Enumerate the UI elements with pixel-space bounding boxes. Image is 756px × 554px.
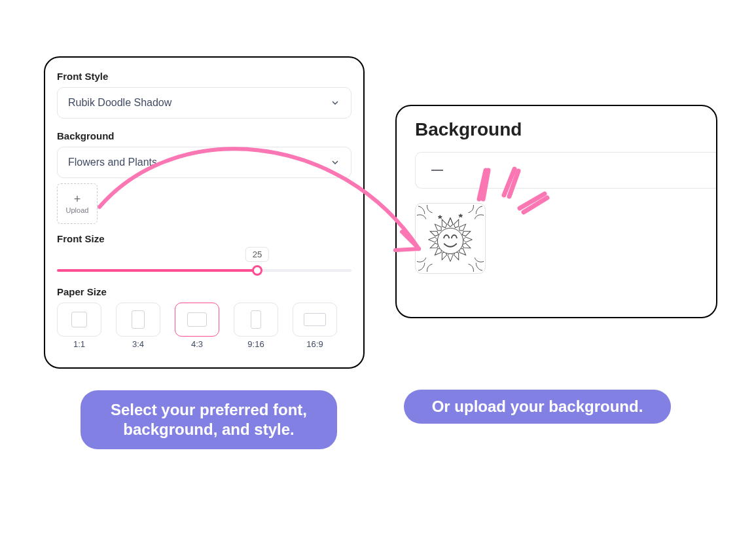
front-size-label: Front Size [57, 233, 351, 244]
paper-size-option-16-9[interactable]: 16:9 [293, 303, 337, 349]
background-panel-select[interactable] [415, 152, 716, 189]
paper-ratio-icon [132, 310, 145, 329]
background-dropdown[interactable]: Flowers and Plants [57, 147, 351, 178]
paper-size-box [116, 303, 160, 337]
background-thumbnail[interactable] [415, 203, 486, 274]
paper-size-label: 3:4 [132, 339, 144, 349]
paper-size-option-3-4[interactable]: 3:4 [116, 303, 160, 349]
upload-label: Upload [66, 206, 89, 214]
upload-button[interactable]: + Upload [57, 183, 98, 224]
background-label: Background [57, 130, 351, 141]
paper-ratio-icon [187, 312, 207, 327]
paper-size-label: 4:3 [191, 339, 203, 349]
paper-size-option-4-3[interactable]: 4:3 [175, 303, 219, 349]
svg-point-0 [437, 228, 463, 253]
front-size-slider[interactable]: 25 [57, 249, 351, 280]
background-panel: Background [395, 105, 717, 318]
paper-ratio-icon [71, 312, 87, 327]
background-panel-title: Background [415, 119, 716, 140]
paper-size-options: 1:13:44:39:1616:9 [57, 303, 351, 349]
caption-right: Or upload your background. [404, 390, 671, 424]
background-value: Flowers and Plants [68, 157, 157, 168]
slider-thumb[interactable] [252, 265, 262, 276]
paper-ratio-icon [251, 310, 261, 329]
paper-size-label: Paper Size [57, 286, 351, 297]
plus-icon: + [74, 193, 81, 205]
paper-size-box [234, 303, 278, 337]
front-style-value: Rubik Doodle Shadow [68, 97, 171, 109]
chevron-down-icon [330, 98, 340, 108]
front-style-label: Front Style [57, 71, 351, 82]
slider-fill [57, 269, 257, 272]
style-settings-panel: Front Style Rubik Doodle Shadow Backgrou… [44, 56, 365, 369]
paper-size-option-9-16[interactable]: 9:16 [234, 303, 278, 349]
paper-size-box [57, 303, 101, 337]
paper-ratio-icon [304, 313, 326, 326]
paper-size-box [175, 303, 219, 337]
paper-size-label: 1:1 [73, 339, 85, 349]
paper-size-box [293, 303, 337, 337]
paper-size-option-1-1[interactable]: 1:1 [57, 303, 101, 349]
front-style-dropdown[interactable]: Rubik Doodle Shadow [57, 87, 351, 119]
paper-size-label: 9:16 [247, 339, 264, 349]
slider-value-tooltip: 25 [245, 247, 269, 262]
empty-selection-dash-icon [431, 170, 443, 171]
caption-left: Select your preferred font, background, … [81, 390, 337, 449]
chevron-down-icon [330, 157, 340, 168]
paper-size-label: 16:9 [306, 339, 323, 349]
